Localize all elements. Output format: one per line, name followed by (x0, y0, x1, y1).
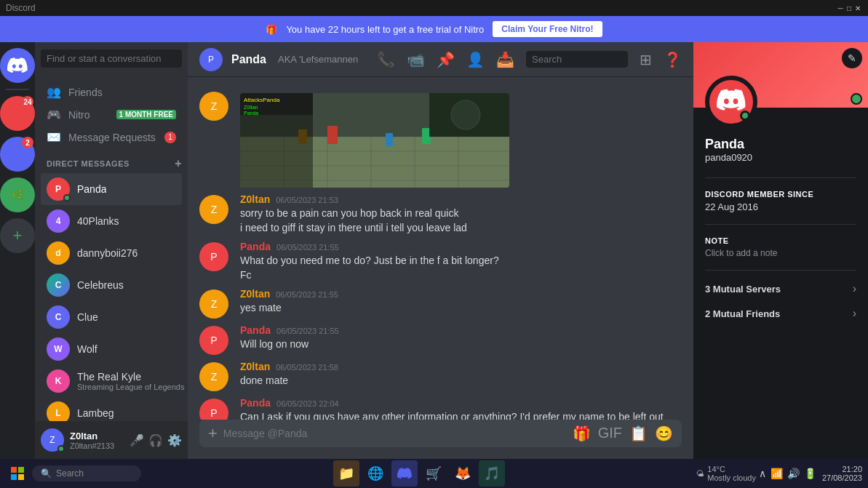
current-user-avatar: Z (41, 428, 64, 452)
msg-avatar-panda-2: P (199, 326, 228, 355)
add-friend-button[interactable]: 👤 (466, 51, 485, 68)
taskbar-search-icon: 🔍 (41, 468, 52, 479)
add-dm-button[interactable]: + (175, 157, 182, 170)
close-button[interactable]: ✕ (853, 4, 862, 12)
taskbar-app-fileexplorer[interactable]: 📁 (333, 460, 359, 487)
dm-search-input[interactable] (41, 49, 182, 68)
msg-text-2a: What do you need me to do? Just be in th… (240, 254, 682, 268)
current-user-tag: Z0ltan#2133 (70, 441, 124, 450)
dm-item-panda[interactable]: P Panda (41, 173, 182, 205)
message-requests-nav-item[interactable]: ✉️ Message Requests 1 (41, 126, 182, 148)
message-group-2: P Panda 06/05/2023 21:55 What do you nee… (199, 239, 682, 284)
msg-content-2: Panda 06/05/2023 21:55 What do you need … (240, 241, 682, 282)
view-type-button[interactable]: ⊞ (640, 51, 652, 68)
svg-point-21 (451, 100, 480, 129)
edit-icon: ✎ (848, 52, 856, 64)
friends-nav-item[interactable]: 👥 Friends (41, 81, 182, 103)
gift-icon[interactable]: 🎁 (573, 425, 591, 442)
message-group-1: Z Z0ltan 06/05/2023 21:53 sorry to be a … (199, 192, 682, 236)
nitro-label: Nitro (68, 109, 90, 121)
claim-nitro-button[interactable]: Claim Your Free Nitro! (493, 21, 602, 37)
msg-username-5: Z0ltan (240, 361, 270, 372)
mutual-friends-item[interactable]: 2 Mutual Friends › (693, 301, 868, 326)
gif-icon[interactable]: GIF (598, 425, 622, 442)
msg-header-6: Panda 06/05/2023 22:04 (240, 397, 682, 409)
msg-username-3: Z0ltan (240, 288, 270, 300)
maximize-button[interactable]: □ (845, 4, 853, 12)
mute-button[interactable]: 🎤 (130, 433, 144, 447)
dm-item-celebreus[interactable]: C Celebreus (41, 269, 182, 301)
server-icon-2[interactable]: 2 (0, 137, 35, 172)
network-icon[interactable]: 📶 (771, 468, 783, 479)
msg-avatar-z0ltan-2: Z (199, 289, 228, 319)
taskbar-clock[interactable]: 21:20 27/08/2023 (822, 465, 862, 482)
weather-description: Mostly cloudy (707, 473, 756, 482)
msg-avatar-z0ltan-3: Z (199, 362, 228, 391)
dm-item-clue[interactable]: C Clue (41, 301, 182, 333)
svg-rect-12 (327, 126, 338, 144)
profile-divider-1 (705, 177, 856, 178)
discord-home-button[interactable] (0, 48, 35, 83)
mail-icon: ✉️ (47, 130, 61, 144)
dm-item-dannyboii276[interactable]: d dannyboii276 (41, 237, 182, 269)
taskbar-app-store[interactable]: 🛒 (421, 460, 447, 487)
taskbar-search-box[interactable]: 🔍 Search (32, 465, 141, 481)
taskbar-app-firefox[interactable]: 🦊 (450, 460, 476, 487)
phone-call-button[interactable]: 📞 (377, 51, 395, 68)
minimize-button[interactable]: ─ (836, 4, 845, 12)
msg-content-image: AttacksPanda Z0ltan Panda (240, 90, 682, 188)
mutual-friends-label: 2 Mutual Friends (705, 308, 780, 319)
msg-avatar-panda-1: P (199, 242, 228, 271)
message-input-container: + 🎁 GIF 📋 😊 (188, 420, 693, 459)
mutual-servers-item[interactable]: 3 Mutual Servers › (693, 276, 868, 301)
msg-header-4: Panda 06/05/2023 21:55 (240, 324, 682, 336)
dm-avatar-celebreus: C (47, 273, 70, 297)
game-screenshot: AttacksPanda Z0ltan Panda (240, 93, 509, 188)
volume-icon[interactable]: 🔊 (787, 468, 800, 479)
battery-icon[interactable]: 🔋 (804, 468, 816, 479)
dm-name-lambeg: Lambeg (77, 407, 114, 419)
add-server-button[interactable]: + (0, 218, 35, 253)
profile-edit-button[interactable]: ✎ (842, 48, 862, 68)
add-attachment-button[interactable]: + (208, 424, 218, 443)
start-button[interactable] (6, 462, 29, 485)
help-button[interactable]: ❓ (664, 51, 682, 68)
note-value[interactable]: Click to add a note (705, 248, 856, 258)
msg-header-2: Panda 06/05/2023 21:55 (240, 241, 682, 252)
dm-name-40planks: 40Planks (77, 215, 119, 227)
nitro-nav-item[interactable]: 🎮 Nitro 1 MONTH FREE (41, 103, 182, 126)
inbox-button[interactable]: 📥 (496, 51, 514, 68)
dm-item-wolf[interactable]: W Wolf (41, 333, 182, 365)
message-input[interactable] (223, 420, 567, 447)
dm-item-lambeg[interactable]: L Lambeg (41, 397, 182, 421)
dm-item-40planks[interactable]: 4 40Planks (41, 205, 182, 237)
svg-text:AttacksPanda: AttacksPanda (244, 97, 280, 103)
video-call-button[interactable]: 📹 (407, 51, 425, 68)
add-icon: + (0, 218, 35, 253)
dm-avatar-dannyboii276: d (47, 241, 70, 265)
server-badge-1: 24 (22, 96, 33, 108)
svg-rect-25 (18, 474, 24, 480)
chevron-up-icon[interactable]: ∧ (759, 468, 766, 479)
server-icon-1[interactable]: 24 (0, 96, 35, 131)
taskbar: 🔍 Search 📁 🌐 🛒 🦊 🎵 🌤 14°C Mostly cloudy … (0, 459, 868, 488)
taskbar-app-browser[interactable]: 🌐 (362, 460, 389, 487)
sticker-icon[interactable]: 📋 (629, 425, 648, 442)
profile-avatar (705, 76, 757, 128)
emoji-icon[interactable]: 😊 (655, 425, 673, 442)
msg-text-2b: Fc (240, 268, 682, 283)
pin-button[interactable]: 📌 (437, 51, 455, 68)
dm-item-realkyle[interactable]: K The Real Kyle Streaming League of Lege… (41, 365, 182, 397)
msg-time-4: 06/05/2023 21:55 (276, 327, 339, 335)
msg-text-5a: done mate (240, 374, 682, 388)
msg-text-6a: Can I ask if you guys have any other inf… (240, 410, 682, 420)
deafen-button[interactable]: 🎧 (148, 433, 163, 447)
dm-name-wolf: Wolf (77, 343, 97, 355)
settings-button[interactable]: ⚙️ (167, 433, 182, 447)
server-icon-3[interactable]: 🌿 (0, 177, 35, 212)
nitro-icon: 🎁 (266, 24, 277, 35)
taskbar-app-discord[interactable] (391, 460, 418, 487)
chat-search-input[interactable] (526, 51, 628, 68)
taskbar-app-spotify[interactable]: 🎵 (479, 460, 505, 487)
svg-rect-24 (11, 474, 17, 480)
